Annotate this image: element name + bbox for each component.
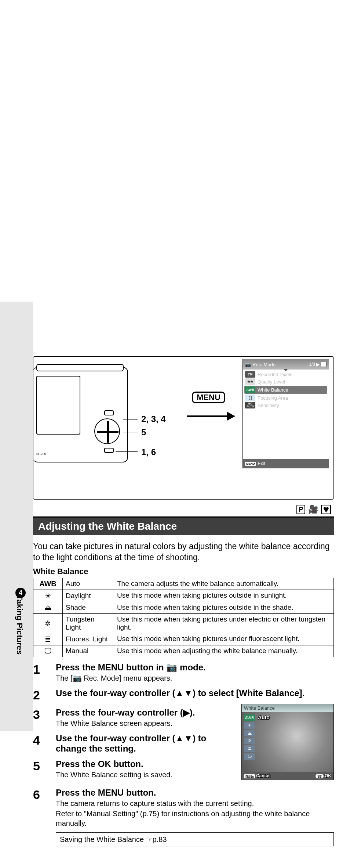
camera-icon: 📷 bbox=[166, 662, 177, 672]
step-2-num: 2 bbox=[33, 688, 56, 702]
step-6-num: 6 bbox=[33, 788, 56, 828]
chip-iso: ISOAUTO bbox=[245, 402, 255, 408]
camera-illustration: NTAX bbox=[33, 367, 128, 462]
wb-opt-awb: AWB bbox=[244, 714, 255, 721]
step-4-instruction: Use the four-way controller (▲▼) to chan… bbox=[56, 733, 237, 754]
wbscreen-menu-chip: MENU bbox=[244, 774, 255, 778]
row-sensitivity: Sensitivity bbox=[258, 403, 279, 408]
wb-name-manual: Manual bbox=[63, 645, 114, 657]
step-6-sub2: Refer to "Manual Setting" (p.75) for ins… bbox=[56, 809, 334, 828]
wb-desc-daylight: Use this mode when taking pictures outsi… bbox=[114, 590, 334, 602]
wb-desc-shade: Use this mode when taking pictures outsi… bbox=[114, 602, 334, 613]
video-mode-icon: 🎥 bbox=[308, 505, 318, 514]
wbscreen-cancel: Cancel bbox=[256, 773, 270, 778]
arrow-icon bbox=[187, 415, 234, 417]
camera-icon: 📷 bbox=[245, 362, 251, 367]
lcd-exit: Exit bbox=[258, 461, 265, 466]
lcd-menu-chip: MENU bbox=[245, 462, 256, 466]
note-box: Saving the White Balance ☞p.83 bbox=[56, 832, 334, 846]
wb-sym-awb: AWB bbox=[33, 578, 63, 590]
wb-desc-auto: The camera adjusts the white balance aut… bbox=[114, 578, 334, 590]
dpad-icon bbox=[94, 418, 120, 444]
lcd-pager: 1/3 bbox=[309, 362, 315, 367]
wb-name-shade: Shade bbox=[63, 602, 114, 613]
intro-text: You can take pictures in natural colors … bbox=[33, 541, 334, 563]
wbscreen-title: White Balance bbox=[242, 704, 333, 712]
step-3-instruction: Press the four-way controller (▶). bbox=[56, 707, 237, 718]
step-1-sub: The [📷 Rec. Mode] menu appears. bbox=[56, 673, 334, 683]
wb-opt-manual: 🖵 bbox=[244, 753, 255, 760]
step-5-instruction: Press the OK button. bbox=[56, 759, 237, 769]
chip-7m: 7M bbox=[245, 371, 255, 378]
chip-awb: AWB bbox=[245, 386, 255, 393]
page-title: Adjusting the White Balance bbox=[33, 516, 334, 535]
step-6-instruction: Press the MENU button. bbox=[56, 788, 334, 798]
wb-opt-shade: ⛰ bbox=[244, 730, 255, 736]
margin-strip bbox=[0, 302, 33, 731]
wb-opt-daylight: ☀ bbox=[244, 722, 255, 729]
p-mode-icon: P bbox=[296, 505, 305, 514]
wb-name-auto: Auto bbox=[63, 578, 114, 590]
row-recorded-pixels: Recorded Pixels bbox=[258, 372, 292, 377]
wb-name-daylight: Daylight bbox=[63, 590, 114, 602]
wb-table: AWBAutoThe camera adjusts the white bala… bbox=[33, 578, 334, 657]
step-5-num: 5 bbox=[33, 759, 56, 779]
wb-table-title: White Balance bbox=[33, 567, 334, 576]
chip-stars: ★★ bbox=[245, 378, 255, 385]
tool-icon: ✕⟂ bbox=[321, 362, 327, 367]
wbscreen-ok: OK bbox=[325, 773, 331, 778]
wb-sym-tungsten: ✲ bbox=[33, 613, 63, 633]
step-4-num: 4 bbox=[33, 733, 56, 754]
step-5-sub: The White Balance setting is saved. bbox=[56, 770, 237, 779]
row-focusing-area: Focusing Area bbox=[258, 395, 288, 401]
step-6-sub1: The camera returns to capture status wit… bbox=[56, 799, 334, 808]
step-1-instruction: Press the MENU button in 📷 mode. bbox=[56, 662, 334, 673]
diagram-label-2: 5 bbox=[141, 427, 146, 437]
row-quality-level: Quality Level bbox=[258, 379, 285, 385]
section-title: Taking Pictures bbox=[15, 595, 24, 655]
row-white-balance: White Balance bbox=[258, 387, 288, 393]
step-3-sub: The White Balance screen appears. bbox=[56, 718, 237, 728]
wb-sym-shade: ⛰ bbox=[33, 602, 63, 613]
mode-icons: P 🎥 ♥ bbox=[33, 505, 331, 514]
lcd-rec-mode: 📷Rec. Mode 1/3 ▶ ✕⟂ 7MRecorded Pixels ★★… bbox=[243, 359, 329, 468]
chip-focus: [ ] bbox=[245, 395, 255, 401]
step-2-instruction: Use the four-way controller (▲▼) to sele… bbox=[56, 688, 334, 698]
wb-opt-tungsten: ✲ bbox=[244, 738, 255, 744]
wb-sym-manual: 🖵 bbox=[33, 645, 63, 657]
step-1-num: 1 bbox=[33, 662, 56, 683]
favorite-mode-icon: ♥ bbox=[321, 505, 331, 514]
wb-opt-fluores: ≣ bbox=[244, 745, 255, 752]
operation-diagram: NTAX 2, 3, 4 5 1, 6 MENU 📷Rec. Mode 1/3 … bbox=[33, 356, 334, 500]
wbscreen-ok-chip: OK bbox=[316, 774, 324, 778]
wb-desc-manual: Use this mode when adjusting the white b… bbox=[114, 645, 334, 657]
brand-label: NTAX bbox=[36, 452, 46, 456]
down-arrow-icon bbox=[284, 369, 288, 371]
wb-sym-fluores: ≣ bbox=[33, 633, 63, 645]
wbscreen-auto-label: Auto bbox=[258, 714, 270, 720]
lcd-title: Rec. Mode bbox=[252, 362, 276, 367]
step-3-num: 3 bbox=[33, 707, 56, 728]
wb-desc-tungsten: Use this mode when taking pictures under… bbox=[114, 613, 334, 633]
wb-screen-preview: White Balance AWB ☀ ⛰ ✲ ≣ 🖵 Auto MENU Ca… bbox=[241, 704, 334, 780]
menu-badge: MENU bbox=[192, 392, 225, 403]
diagram-label-3: 1, 6 bbox=[141, 447, 156, 457]
wb-desc-fluores: Use this mode when taking pictures under… bbox=[114, 633, 334, 645]
wb-sym-daylight: ☀ bbox=[33, 590, 63, 602]
diagram-label-1: 2, 3, 4 bbox=[141, 414, 166, 424]
wb-name-fluores: Fluores. Light bbox=[63, 633, 114, 645]
wb-name-tungsten: Tungsten Light bbox=[63, 613, 114, 633]
